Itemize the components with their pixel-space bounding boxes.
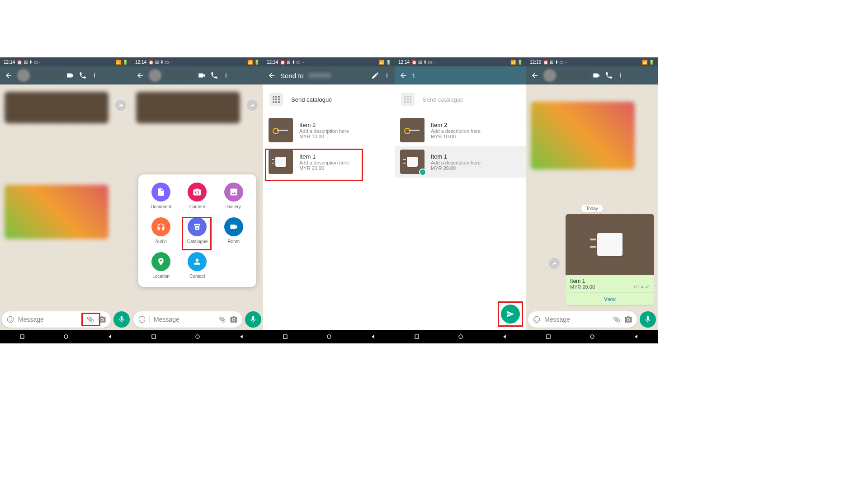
send-catalogue-row[interactable]: Send catalogue bbox=[263, 84, 395, 114]
mic-button[interactable] bbox=[640, 311, 656, 328]
contact-name[interactable] bbox=[34, 73, 61, 78]
attach-catalogue[interactable]: Catalogue bbox=[187, 217, 208, 244]
back-icon[interactable] bbox=[531, 71, 539, 80]
avatar[interactable] bbox=[17, 69, 30, 82]
back-icon[interactable] bbox=[399, 71, 407, 80]
chat-pane-1: 12:14 ⏰ ⊞ ⬇ ▭ ·· 📶 🔋 bbox=[0, 57, 132, 343]
more-icon[interactable] bbox=[384, 71, 390, 80]
location-icon bbox=[156, 257, 165, 266]
camera-input-icon[interactable] bbox=[98, 315, 106, 324]
message-input[interactable]: Message bbox=[528, 311, 637, 328]
catalogue-item-1-selected[interactable]: Item 1 Add a description here MYR 20.00 bbox=[395, 146, 526, 178]
more-icon[interactable] bbox=[91, 71, 98, 80]
attach-location[interactable]: Location bbox=[151, 252, 170, 279]
product-price: MYR 20.00 bbox=[570, 284, 595, 290]
video-call-icon[interactable] bbox=[592, 71, 600, 80]
signal-icon: 📶 bbox=[116, 60, 121, 65]
item-price: MYR 20.00 bbox=[299, 165, 389, 171]
attach-room[interactable]: Room bbox=[224, 217, 243, 244]
edit-icon[interactable] bbox=[371, 71, 379, 80]
status-time: 12:14 bbox=[4, 60, 15, 65]
forward-icon[interactable] bbox=[115, 100, 126, 111]
message-input[interactable]: Message bbox=[2, 311, 111, 328]
check-icon bbox=[419, 169, 426, 176]
emoji-icon[interactable] bbox=[6, 315, 14, 324]
svg-point-18 bbox=[535, 319, 536, 319]
nav-home-icon[interactable] bbox=[589, 333, 596, 340]
nav-recent-icon[interactable] bbox=[413, 333, 420, 340]
catalogue-item-1[interactable]: Item 1 Add a description here MYR 20.00 bbox=[263, 146, 395, 178]
nav-back-icon[interactable] bbox=[238, 333, 245, 340]
nav-home-icon[interactable] bbox=[194, 333, 201, 340]
nav-recent-icon[interactable] bbox=[545, 333, 552, 340]
attach-document[interactable]: Document bbox=[151, 183, 171, 209]
attach-icon[interactable] bbox=[613, 315, 621, 324]
attach-audio[interactable]: Audio bbox=[151, 217, 170, 244]
view-button[interactable]: View bbox=[566, 292, 654, 305]
mic-button[interactable] bbox=[245, 311, 261, 328]
chat-pane-2: 12:14⏰ ⊞ ⬇ ▭ ·· 📶 🔋 bbox=[132, 57, 263, 343]
more-icon[interactable] bbox=[223, 71, 229, 80]
avatar[interactable] bbox=[149, 69, 161, 82]
item-desc: Add a description here bbox=[299, 128, 389, 134]
cursor bbox=[150, 315, 150, 324]
contact-name[interactable] bbox=[166, 73, 193, 78]
input-bar: Message bbox=[133, 311, 261, 328]
attach-icon[interactable] bbox=[86, 315, 94, 324]
attach-camera[interactable]: Camera bbox=[188, 183, 207, 209]
send-catalogue-label: Send catalogue bbox=[291, 96, 332, 103]
avatar[interactable] bbox=[543, 69, 556, 82]
back-icon[interactable] bbox=[5, 71, 13, 80]
forward-icon[interactable] bbox=[247, 100, 258, 111]
forward-icon[interactable] bbox=[549, 258, 560, 269]
send-button[interactable] bbox=[501, 305, 520, 324]
attach-gallery[interactable]: Gallery bbox=[224, 183, 243, 209]
item-price: MYR 10.00 bbox=[299, 134, 389, 139]
svg-point-1 bbox=[9, 319, 10, 319]
svg-point-19 bbox=[538, 319, 538, 319]
item-thumb bbox=[269, 118, 293, 142]
product-image bbox=[566, 214, 654, 275]
svg-point-17 bbox=[533, 316, 540, 323]
camera-input-icon[interactable] bbox=[624, 315, 632, 324]
back-icon[interactable] bbox=[268, 71, 276, 80]
attach-contact[interactable]: Contact bbox=[188, 252, 207, 279]
nav-back-icon[interactable] bbox=[369, 333, 377, 340]
voice-call-icon[interactable] bbox=[210, 71, 218, 80]
catalogue-item-2[interactable]: Item 2 Add a description here MYR 10.00 bbox=[395, 114, 526, 146]
video-room-icon bbox=[229, 222, 238, 231]
nav-recent-icon[interactable] bbox=[282, 333, 289, 340]
nav-back-icon[interactable] bbox=[106, 333, 113, 340]
voice-call-icon[interactable] bbox=[79, 71, 87, 80]
mic-button[interactable] bbox=[113, 311, 130, 328]
chat-area[interactable]: Document Camera Gallery Audio Catalogue bbox=[132, 84, 263, 321]
storefront-icon bbox=[193, 222, 202, 231]
chat-area[interactable] bbox=[0, 84, 132, 321]
back-icon[interactable] bbox=[136, 71, 144, 80]
contact-name[interactable] bbox=[561, 73, 588, 78]
message-input[interactable]: Message bbox=[133, 311, 242, 328]
nav-home-icon[interactable] bbox=[457, 333, 464, 340]
item-thumb bbox=[269, 150, 293, 174]
nav-back-icon[interactable] bbox=[501, 333, 508, 340]
emoji-icon[interactable] bbox=[138, 315, 146, 324]
nav-recent-icon[interactable] bbox=[19, 333, 26, 340]
chat-area[interactable]: Today Item 1 MYR 20.00 12:14 bbox=[526, 84, 658, 321]
video-call-icon[interactable] bbox=[66, 71, 74, 80]
nav-back-icon[interactable] bbox=[632, 333, 640, 340]
svg-rect-11 bbox=[152, 335, 156, 338]
video-call-icon[interactable] bbox=[198, 71, 206, 80]
nav-recent-icon[interactable] bbox=[150, 333, 157, 340]
emoji-icon[interactable] bbox=[533, 315, 541, 324]
more-icon[interactable] bbox=[618, 71, 624, 80]
input-bar: Message bbox=[2, 311, 130, 328]
attach-icon[interactable] bbox=[218, 315, 226, 324]
input-bar: Message bbox=[528, 311, 656, 328]
nav-home-icon[interactable] bbox=[62, 333, 70, 340]
catalogue-item-2[interactable]: Item 2 Add a description here MYR 10.00 bbox=[263, 114, 395, 146]
voice-call-icon[interactable] bbox=[605, 71, 613, 80]
item-name: Item 1 bbox=[299, 153, 389, 160]
camera-input-icon[interactable] bbox=[230, 315, 238, 324]
nav-home-icon[interactable] bbox=[326, 333, 333, 340]
product-card[interactable]: Item 1 MYR 20.00 12:14 View bbox=[566, 214, 654, 305]
